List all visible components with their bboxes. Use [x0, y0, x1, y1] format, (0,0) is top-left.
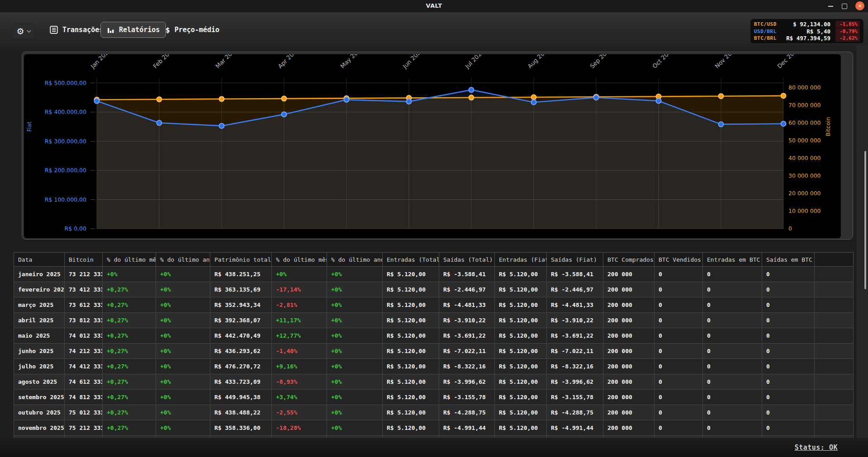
data-point-fiat[interactable] — [469, 87, 474, 92]
status-text[interactable]: Status: OK — [795, 443, 838, 452]
table-cell: outubro 2025 — [14, 405, 65, 420]
data-point-fiat[interactable] — [719, 122, 724, 127]
table-cell: R$ 5.120,00 — [383, 344, 439, 359]
table-cell: 0 — [762, 313, 815, 328]
table-cell: +0% — [327, 328, 383, 344]
data-point-bitcoin[interactable] — [282, 96, 287, 101]
ticker-value: R$ 497.394,59 — [784, 35, 835, 42]
table-cell: R$ -2.446,97 — [547, 282, 603, 297]
table-cell: R$ -4.991,44 — [547, 420, 603, 436]
column-header: BTC Comprados — [603, 253, 655, 267]
table-row[interactable]: julho 202574 412 333+0,27%+0%R$ 476.270,… — [14, 359, 854, 374]
data-point-fiat[interactable] — [594, 95, 599, 100]
table-cell: -2,55% — [272, 405, 327, 420]
table-cell: 0 — [703, 313, 762, 328]
ticker-change-badge: -1,85% — [835, 21, 860, 28]
table-cell: R$ 438.251,25 — [210, 267, 272, 282]
scrollbar-thumb[interactable] — [864, 151, 866, 289]
tab-preco-medio[interactable]: $ Preço-médio — [159, 22, 226, 38]
data-point-bitcoin[interactable] — [469, 95, 474, 100]
table-cell: R$ -3.691,22 — [547, 328, 603, 344]
x-axis-month-label: Jul 2025 — [464, 54, 486, 70]
data-point-bitcoin[interactable] — [157, 97, 162, 102]
data-point-bitcoin[interactable] — [719, 94, 724, 99]
data-point-fiat[interactable] — [344, 97, 349, 102]
settings-button[interactable]: ⚙ — [12, 24, 35, 39]
tab-relatorios[interactable]: Relatórios — [100, 22, 166, 38]
table-cell: R$ 5.120,00 — [495, 267, 547, 282]
table-row[interactable]: março 202573 612 333+0,27%+0%R$ 352.943,… — [14, 297, 854, 313]
table-cell: março 2025 — [14, 297, 65, 313]
data-point-fiat[interactable] — [781, 121, 786, 126]
table-cell: julho 2025 — [14, 359, 65, 374]
table-cell: 75 212 333 — [65, 420, 103, 436]
table-row[interactable]: abril 202573 812 333+0,27%+0%R$ 392.368,… — [14, 313, 854, 328]
table-cell: R$ -4.288,75 — [439, 405, 495, 420]
column-header: Saídas (Fiat) — [547, 253, 603, 267]
data-point-bitcoin[interactable] — [781, 93, 786, 98]
table-cell: R$ 436.293,62 — [210, 344, 272, 359]
table-cell: R$ 5.120,00 — [383, 359, 439, 374]
table-cell: 200 000 — [603, 390, 655, 405]
data-point-fiat[interactable] — [95, 99, 100, 104]
close-button[interactable]: ✕ — [855, 1, 864, 10]
table-cell: abril 2025 — [14, 313, 65, 328]
ticker-change-badge: -0,79% — [835, 28, 860, 35]
table-row[interactable]: novembro 202575 212 333+0,27%+0%R$ 358.3… — [14, 420, 854, 436]
table-cell: 74 812 333 — [65, 390, 103, 405]
table-cell: R$ 5.120,00 — [383, 328, 439, 344]
table-cell: 73 612 333 — [65, 297, 103, 313]
table-cell: +0,27% — [103, 313, 156, 328]
data-point-bitcoin[interactable] — [531, 95, 536, 100]
data-point-fiat[interactable] — [219, 123, 224, 128]
table-cell: R$ -3.588,41 — [439, 267, 495, 282]
table-row[interactable]: setembro 202574 812 333+0,27%+0%R$ 449.9… — [14, 390, 854, 405]
data-point-fiat[interactable] — [656, 99, 661, 104]
ticker-row-btcusd: BTC/USD $ 92,134.00 -1,85% — [754, 21, 860, 28]
table-cell: R$ 5.120,00 — [495, 374, 547, 390]
table-cell: R$ 476.270,72 — [210, 359, 272, 374]
minimize-button[interactable] — [826, 1, 835, 11]
table-cell: 0 — [655, 344, 703, 359]
table-row[interactable]: fevereiro 202573 412 333+0,27%+0%R$ 363.… — [14, 282, 854, 297]
table-cell: +0% — [327, 313, 383, 328]
table-row[interactable]: junho 202574 212 333+0,27%+0%R$ 436.293,… — [14, 344, 854, 359]
column-header: Entradas (Total) — [383, 253, 439, 267]
tab-transacoes[interactable]: Transações — [43, 22, 109, 38]
data-point-bitcoin[interactable] — [219, 96, 224, 101]
table-cell: +0% — [156, 267, 210, 282]
table-cell: 0 — [703, 344, 762, 359]
table-cell: R$ 5.120,00 — [383, 297, 439, 313]
data-point-fiat[interactable] — [407, 99, 412, 104]
tab-label: Transações — [62, 26, 103, 34]
ticker-pair: USD/BRL — [754, 28, 784, 34]
x-axis-month-label: Apr 2025 — [277, 54, 301, 70]
table-cell: +3,74% — [272, 390, 327, 405]
maximize-button[interactable] — [840, 1, 849, 11]
data-point-fiat[interactable] — [157, 120, 162, 125]
table-cell: 74 212 333 — [65, 344, 103, 359]
data-point-fiat[interactable] — [531, 100, 536, 105]
table-row[interactable]: janeiro 202573 212 333+0%+0%R$ 438.251,2… — [14, 267, 854, 282]
table-cell: 200 000 — [603, 420, 655, 436]
table-cell: -8,93% — [272, 374, 327, 390]
table-cell: R$ -8.322,16 — [547, 359, 603, 374]
table-cell: +0% — [156, 313, 210, 328]
table-cell: R$ -3.996,62 — [547, 374, 603, 390]
table-row[interactable]: agosto 202574 612 333+0,27%+0%R$ 433.723… — [14, 374, 854, 390]
table-cell: 0 — [703, 267, 762, 282]
data-point-fiat[interactable] — [282, 112, 287, 117]
table-cell — [815, 313, 854, 328]
monthly-report-table: DataBitcoin% do último mês% do último an… — [14, 252, 854, 438]
table-row[interactable]: outubro 202575 012 333+0,27%+0%R$ 438.48… — [14, 405, 854, 420]
table-cell — [815, 390, 854, 405]
table-cell: +0% — [327, 359, 383, 374]
toolbar: ⚙ Transações Relatórios $ Preço-médio — [0, 12, 868, 50]
table-cell — [815, 344, 854, 359]
column-header: % do último ano — [327, 253, 383, 267]
column-header — [815, 253, 854, 267]
table-row[interactable]: maio 202574 012 333+0,27%+0%R$ 442.470,4… — [14, 328, 854, 344]
table-cell: 0 — [655, 297, 703, 313]
table-header-row: DataBitcoin% do último mês% do último an… — [14, 253, 854, 267]
table-cell: 0 — [703, 420, 762, 436]
